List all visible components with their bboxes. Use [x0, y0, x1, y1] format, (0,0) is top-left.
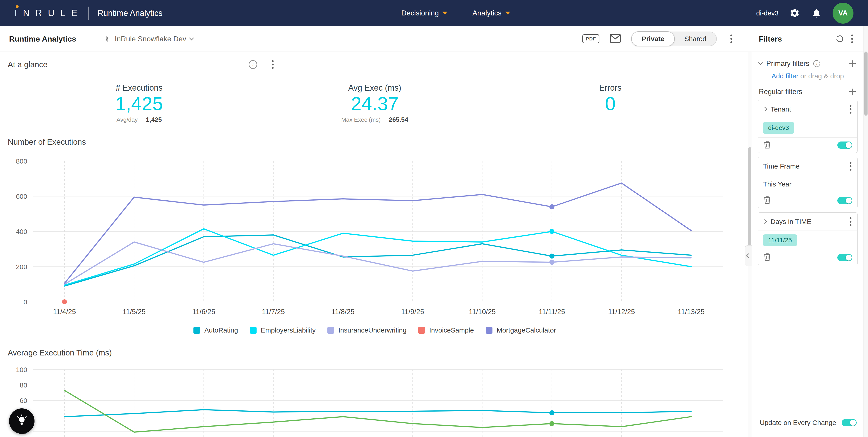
scrollbar-thumb[interactable] — [748, 147, 751, 259]
nav-right: di-dev3 VA — [756, 3, 854, 24]
kebab-icon — [272, 64, 274, 65]
add-filter-suffix: or drag & drop — [799, 72, 844, 80]
update-on-change-row: Update on Every Change — [752, 419, 864, 437]
filter-card-menu-button[interactable] — [846, 103, 855, 116]
svg-text:800: 800 — [16, 157, 27, 165]
privacy-private-button[interactable]: Private — [631, 31, 675, 46]
stat-avg-exec: Avg Exec (ms) 24.37 Max Exec (ms) 265.54 — [257, 83, 493, 123]
add-primary-filter-button[interactable] — [848, 59, 857, 68]
sidebar-collapse-handle[interactable] — [745, 245, 752, 266]
svg-text:400: 400 — [16, 228, 27, 235]
stat-sub: Avg/day 1,425 — [117, 116, 162, 123]
trash-icon[interactable] — [763, 140, 771, 150]
info-icon[interactable] — [249, 60, 257, 69]
update-on-change-label: Update on Every Change — [760, 419, 836, 427]
filter-enabled-toggle[interactable] — [837, 254, 852, 261]
filter-card-menu-button[interactable] — [846, 215, 855, 229]
menu-analytics[interactable]: Analytics — [472, 9, 510, 17]
main-scrollbar[interactable] — [748, 52, 752, 437]
bell-icon[interactable] — [811, 7, 822, 19]
lightbulb-icon — [14, 414, 29, 428]
legend-item[interactable]: MortgageCalculator — [486, 326, 556, 334]
privacy-shared-button[interactable]: Shared — [674, 32, 716, 46]
stat-value: 24.37 — [351, 93, 399, 115]
avg-exec-chart-title: Average Execution Time (ms) — [8, 348, 742, 357]
glance-header: At a glance — [8, 58, 742, 71]
legend-item[interactable]: AutoRating — [193, 326, 238, 334]
stat-label: # Executions — [116, 83, 162, 93]
stat-executions: # Executions 1,425 Avg/day 1,425 — [21, 83, 257, 123]
email-report-button[interactable] — [610, 34, 621, 44]
filter-value-chip[interactable]: di-dev3 — [763, 122, 794, 134]
svg-text:80: 80 — [20, 381, 27, 389]
report-toolbar: Runtime Analytics InRule Snowflake Dev P… — [0, 26, 752, 52]
filter-value-chip[interactable]: 11/11/25 — [763, 234, 797, 246]
svg-text:11/7/25: 11/7/25 — [262, 308, 285, 316]
report-content: At a glance # Executions 1,425 Avg/day 1… — [0, 52, 752, 437]
kebab-icon — [849, 165, 851, 167]
executions-legend: AutoRatingEmployersLiabilityInsuranceUnd… — [8, 326, 742, 334]
filter-card-header[interactable]: Time Frame — [758, 157, 857, 175]
svg-text:11/4/25: 11/4/25 — [53, 308, 76, 316]
page-scrollbar[interactable] — [864, 26, 868, 437]
chevron-down-icon — [189, 35, 194, 40]
help-chat-button[interactable] — [9, 408, 34, 434]
datasource-picker[interactable]: InRule Snowflake Dev — [103, 35, 193, 43]
inrule-logo: INRULE — [14, 8, 83, 18]
info-icon[interactable] — [813, 60, 820, 67]
chevron-left-icon — [746, 253, 751, 258]
add-filter-link[interactable]: Add filter — [772, 72, 798, 80]
filter-card-header[interactable]: Days in TIME — [758, 212, 857, 231]
filters-menu-button[interactable] — [847, 32, 857, 46]
add-regular-filter-button[interactable] — [848, 88, 857, 96]
filter-enabled-toggle[interactable] — [837, 197, 852, 204]
svg-text:11/8/25: 11/8/25 — [332, 308, 354, 316]
svg-text:11/6/25: 11/6/25 — [192, 308, 215, 316]
filter-card-menu-button[interactable] — [846, 159, 855, 173]
svg-text:11/13/25: 11/13/25 — [678, 308, 705, 316]
toolbar-menu-button[interactable] — [727, 32, 736, 46]
menu-decisioning[interactable]: Decisioning — [401, 9, 447, 17]
trash-icon[interactable] — [763, 196, 771, 206]
trash-icon[interactable] — [763, 253, 771, 263]
chevron-down-icon — [442, 11, 447, 14]
chevron-down-icon — [505, 11, 510, 14]
reset-filters-icon[interactable] — [835, 34, 844, 44]
update-on-change-toggle[interactable] — [842, 419, 857, 426]
stat-label: Errors — [599, 83, 621, 93]
avg-exec-chart: 02040608010011/4/2511/5/2511/6/2511/7/25… — [8, 364, 742, 437]
glance-actions — [249, 58, 277, 71]
svg-text:0: 0 — [23, 298, 27, 306]
glance-menu-button[interactable] — [268, 58, 277, 71]
filter-card-body: 11/11/25 — [758, 231, 857, 250]
gear-icon[interactable] — [789, 7, 800, 19]
avatar[interactable]: VA — [833, 3, 854, 24]
legend-item[interactable]: InsuranceUnderwriting — [328, 326, 406, 334]
lightning-icon — [103, 35, 111, 43]
filter-card-footer — [758, 138, 857, 153]
legend-swatch-icon — [193, 327, 200, 334]
toolbar-right: PDF Private Shared — [582, 32, 736, 46]
filter-card-title: Tenant — [771, 106, 791, 113]
svg-text:11/5/25: 11/5/25 — [123, 308, 146, 316]
stat-sub: Max Exec (ms) 265.54 — [341, 116, 408, 123]
add-filter-row: Add filter or drag & drop — [752, 72, 864, 80]
svg-text:11/10/25: 11/10/25 — [469, 308, 496, 316]
filter-enabled-toggle[interactable] — [837, 142, 852, 149]
top-navbar: INRULE Runtime Analytics Decisioning Ana… — [0, 0, 868, 26]
legend-item[interactable]: InvoiceSample — [418, 326, 474, 334]
filter-card-title: Days in TIME — [771, 218, 811, 226]
export-pdf-button[interactable]: PDF — [582, 34, 599, 43]
app-title: Runtime Analytics — [98, 8, 162, 18]
scrollbar-thumb[interactable] — [864, 52, 868, 116]
chevron-down-icon[interactable] — [758, 60, 763, 65]
legend-item[interactable]: EmployersLiability — [250, 326, 316, 334]
page-title: Runtime Analytics — [9, 34, 76, 43]
filter-card-header[interactable]: Tenant — [758, 100, 857, 118]
legend-swatch-icon — [250, 327, 256, 334]
filters-title: Filters — [759, 34, 782, 43]
kebab-icon — [851, 38, 853, 40]
primary-filters-row: Primary filters — [752, 59, 864, 68]
filters-sidebar: Filters Primary filters Add filter or dr… — [752, 26, 864, 437]
main-column: Runtime Analytics InRule Snowflake Dev P… — [0, 26, 752, 437]
